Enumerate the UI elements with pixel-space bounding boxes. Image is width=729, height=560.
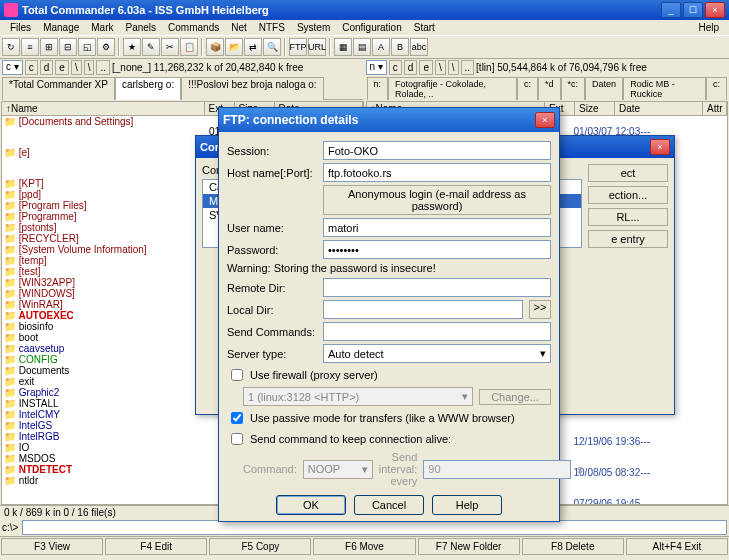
toolbar-btn[interactable]: ⇄	[244, 38, 262, 56]
menu-mark[interactable]: Mark	[85, 21, 119, 34]
menu-panels[interactable]: Panels	[120, 21, 163, 34]
toolbar-btn[interactable]: ⊞	[40, 38, 58, 56]
panel-tab[interactable]: !!!Poslovi bez broja naloga o:	[181, 77, 323, 100]
drive-net[interactable]: \	[435, 60, 446, 75]
f5-copy[interactable]: F5 Copy	[209, 538, 311, 555]
drive-e[interactable]: e	[55, 60, 69, 75]
drive-net[interactable]: \	[71, 60, 82, 75]
connect-close-button[interactable]: ×	[650, 139, 670, 155]
ftp-close-button[interactable]: ×	[535, 112, 555, 128]
panel-tab[interactable]: n:	[367, 77, 389, 100]
connect-button-entry[interactable]: e entry	[588, 230, 668, 248]
toolbar-btn[interactable]: ▦	[334, 38, 352, 56]
help-button[interactable]: Help	[432, 495, 502, 515]
toolbar-btn[interactable]: B	[391, 38, 409, 56]
send-commands-input[interactable]	[323, 322, 551, 341]
toolbar-btn[interactable]: ▤	[353, 38, 371, 56]
toolbar-btn[interactable]: ◱	[78, 38, 96, 56]
toolbar-btn[interactable]: 🔍	[263, 38, 281, 56]
toolbar-btn[interactable]: A	[372, 38, 390, 56]
connect-button-ection[interactable]: ection...	[588, 186, 668, 204]
panel-tab[interactable]: carlsberg o:	[115, 77, 181, 100]
local-dir-input[interactable]	[323, 300, 523, 319]
drive-d[interactable]: d	[404, 60, 418, 75]
toolbar-btn[interactable]: ↻	[2, 38, 20, 56]
drive-d[interactable]: d	[40, 60, 54, 75]
f6-move[interactable]: F6 Move	[313, 538, 415, 555]
password-label: Password:	[227, 244, 317, 256]
f7-newfolder[interactable]: F7 New Folder	[418, 538, 520, 555]
col-date[interactable]: Date	[615, 102, 703, 115]
altf4-exit[interactable]: Alt+F4 Exit	[626, 538, 728, 555]
col-size[interactable]: Size	[575, 102, 615, 115]
root-btn[interactable]: \	[448, 60, 459, 75]
browse-localdir-button[interactable]: >>	[529, 300, 551, 319]
toolbar-btn[interactable]: FTP	[289, 38, 307, 56]
menu-manage[interactable]: Manage	[37, 21, 85, 34]
host-input[interactable]	[323, 163, 551, 182]
command-input[interactable]	[22, 520, 727, 535]
f4-edit[interactable]: F4 Edit	[105, 538, 207, 555]
toolbar-btn[interactable]: ★	[123, 38, 141, 56]
user-input[interactable]	[323, 218, 551, 237]
menu-system[interactable]: System	[291, 21, 336, 34]
toolbar-btn[interactable]: 📋	[180, 38, 198, 56]
panel-tab[interactable]: *Total Commander XP	[2, 77, 115, 100]
drive-c[interactable]: c	[25, 60, 38, 75]
left-drive-select[interactable]: c ▾	[2, 60, 23, 75]
toolbar-btn[interactable]: ⊟	[59, 38, 77, 56]
close-button[interactable]: ×	[705, 2, 725, 18]
panel-tab[interactable]: *c:	[561, 77, 586, 100]
panel-tab[interactable]: *d	[538, 77, 561, 100]
panel-tab[interactable]: c:	[517, 77, 538, 100]
panel-tab[interactable]: c:	[706, 77, 727, 100]
toolbar-btn[interactable]: URL	[308, 38, 326, 56]
toolbar-btn[interactable]: ≡	[21, 38, 39, 56]
panel-tab[interactable]: Rodic MB - Ruckice	[623, 77, 706, 100]
menu-config[interactable]: Configuration	[336, 21, 407, 34]
maximize-button[interactable]: ☐	[683, 2, 703, 18]
user-label: User name:	[227, 222, 317, 234]
toolbar-btn[interactable]: ⚙	[97, 38, 115, 56]
connect-button-ect[interactable]: ect	[588, 164, 668, 182]
password-input[interactable]	[323, 240, 551, 259]
remote-dir-input[interactable]	[323, 278, 551, 297]
toolbar-btn[interactable]: abc	[410, 38, 428, 56]
menu-net[interactable]: Net	[225, 21, 253, 34]
minimize-button[interactable]: _	[661, 2, 681, 18]
app-title: Total Commander 6.03a - ISS GmbH Heidelb…	[22, 4, 659, 16]
drive-e[interactable]: e	[419, 60, 433, 75]
session-input[interactable]	[323, 141, 551, 160]
toolbar-btn[interactable]: ✂	[161, 38, 179, 56]
parent-btn[interactable]: ..	[461, 60, 475, 75]
right-drive-select[interactable]: n ▾	[366, 60, 387, 75]
right-drive-info: [tlin] 50,544,864 k of 76,094,796 k free	[476, 62, 727, 73]
parent-btn[interactable]: ..	[96, 60, 110, 75]
keepalive-checkbox[interactable]	[231, 433, 243, 445]
ftp-titlebar: FTP: connection details ×	[219, 108, 559, 132]
firewall-checkbox[interactable]	[231, 369, 243, 381]
col-name[interactable]: ↑Name	[2, 102, 205, 115]
drive-c[interactable]: c	[389, 60, 402, 75]
menu-start[interactable]: Start	[408, 21, 441, 34]
f3-view[interactable]: F3 View	[1, 538, 103, 555]
panel-tab[interactable]: Daten	[585, 77, 623, 100]
menu-ntfs[interactable]: NTFS	[253, 21, 291, 34]
toolbar-btn[interactable]: 📦	[206, 38, 224, 56]
toolbar-btn[interactable]: 📂	[225, 38, 243, 56]
cancel-button[interactable]: Cancel	[354, 495, 424, 515]
ok-button[interactable]: OK	[276, 495, 346, 515]
f8-delete[interactable]: F8 Delete	[522, 538, 624, 555]
anonymous-login-button[interactable]: Anonymous login (e-mail address as passw…	[323, 185, 551, 215]
panel-tab[interactable]: Fotografije - Cokolade, Rolade, ..	[388, 77, 517, 100]
menu-commands[interactable]: Commands	[162, 21, 225, 34]
connect-button-rl[interactable]: RL...	[588, 208, 668, 226]
col-attr[interactable]: Attr	[703, 102, 727, 115]
menu-help[interactable]: Help	[692, 21, 725, 34]
toolbar-btn[interactable]: ✎	[142, 38, 160, 56]
server-type-select[interactable]: Auto detect▾	[323, 344, 551, 363]
passive-checkbox[interactable]	[231, 412, 243, 424]
menu-files[interactable]: Files	[4, 21, 37, 34]
root-btn[interactable]: \	[84, 60, 95, 75]
left-drive-info: [_none_] 11,268,232 k of 20,482,840 k fr…	[112, 62, 363, 73]
